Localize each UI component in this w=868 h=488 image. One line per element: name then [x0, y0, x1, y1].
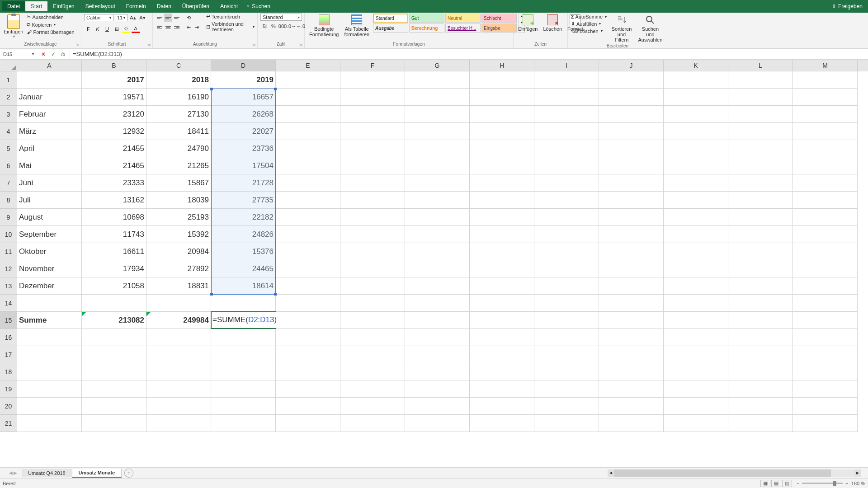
cell-H1[interactable]: [470, 71, 534, 89]
cell-G16[interactable]: [405, 329, 470, 346]
cell-C11[interactable]: 20984: [146, 243, 211, 260]
cell-G13[interactable]: [405, 277, 470, 295]
cell-E5[interactable]: [276, 140, 340, 157]
view-page-layout-button[interactable]: ▤: [771, 480, 781, 487]
add-sheet-button[interactable]: +: [124, 469, 133, 478]
cell-I21[interactable]: [534, 415, 599, 432]
cell-J19[interactable]: [599, 380, 664, 398]
cell-L8[interactable]: [728, 192, 793, 209]
cell-H19[interactable]: [470, 380, 534, 398]
col-header-D[interactable]: D: [211, 60, 276, 71]
cell-L16[interactable]: [728, 329, 793, 346]
cell-G10[interactable]: [405, 226, 470, 243]
conditional-formatting-button[interactable]: Bedingte Formatierung: [307, 14, 340, 38]
cell-D2[interactable]: 16657: [211, 89, 276, 106]
cell-A1[interactable]: [17, 71, 82, 89]
cell-G21[interactable]: [405, 415, 470, 432]
cell-D3[interactable]: 26268: [211, 106, 276, 123]
cell-L2[interactable]: [728, 89, 793, 106]
cell-F21[interactable]: [340, 415, 405, 432]
accept-formula-button[interactable]: ✓: [49, 51, 58, 57]
cell-J1[interactable]: [599, 71, 664, 89]
cell-H4[interactable]: [470, 123, 534, 140]
style-standard[interactable]: Standard: [373, 14, 408, 23]
row-header-7[interactable]: 7: [0, 174, 17, 192]
cell-J16[interactable]: [599, 329, 664, 346]
col-header-G[interactable]: G: [405, 60, 470, 71]
underline-button[interactable]: U: [103, 25, 111, 33]
cell-M8[interactable]: [793, 192, 858, 209]
cell-B19[interactable]: [82, 380, 146, 398]
cell-A21[interactable]: [17, 415, 82, 432]
cell-H7[interactable]: [470, 174, 534, 192]
font-color-button[interactable]: A: [132, 25, 140, 33]
decrease-decimal-button[interactable]: ←.0: [297, 22, 305, 30]
row-header-10[interactable]: 10: [0, 226, 17, 243]
cell-E8[interactable]: [276, 192, 340, 209]
paste-button[interactable]: Einfügen ▾: [3, 14, 24, 39]
cell-F1[interactable]: [340, 71, 405, 89]
cell-G5[interactable]: [405, 140, 470, 157]
cell-L17[interactable]: [728, 346, 793, 363]
row-header-2[interactable]: 2: [0, 89, 17, 106]
cell-L7[interactable]: [728, 174, 793, 192]
cell-A16[interactable]: [17, 329, 82, 346]
row-header-11[interactable]: 11: [0, 243, 17, 260]
cell-H5[interactable]: [470, 140, 534, 157]
share-button[interactable]: ⇪ Freigeben: [832, 3, 863, 9]
cell-I6[interactable]: [534, 157, 599, 174]
cell-M17[interactable]: [793, 346, 858, 363]
cell-B2[interactable]: 19571: [82, 89, 146, 106]
row-header-17[interactable]: 17: [0, 346, 17, 363]
cell-M9[interactable]: [793, 209, 858, 226]
cell-H3[interactable]: [470, 106, 534, 123]
italic-button[interactable]: K: [94, 25, 102, 33]
increase-indent-button[interactable]: ⇥: [193, 23, 201, 31]
col-header-K[interactable]: K: [664, 60, 728, 71]
cell-K7[interactable]: [664, 174, 728, 192]
tell-me-search[interactable]: ♀ Suchen: [246, 3, 270, 9]
merge-center-button[interactable]: ⊟ Verbinden und zentrieren ▾: [206, 21, 255, 32]
cell-I17[interactable]: [534, 346, 599, 363]
cell-B7[interactable]: 23333: [82, 174, 146, 192]
cell-D12[interactable]: 24465: [211, 260, 276, 277]
cell-I12[interactable]: [534, 260, 599, 277]
cell-L18[interactable]: [728, 363, 793, 380]
cell-D6[interactable]: 17504: [211, 157, 276, 174]
cell-K1[interactable]: [664, 71, 728, 89]
cell-M11[interactable]: [793, 243, 858, 260]
cell-C9[interactable]: 25193: [146, 209, 211, 226]
cell-H17[interactable]: [470, 346, 534, 363]
cell-K10[interactable]: [664, 226, 728, 243]
cell-J20[interactable]: [599, 398, 664, 415]
row-header-4[interactable]: 4: [0, 123, 17, 140]
cell-I14[interactable]: [534, 295, 599, 312]
style-neutral[interactable]: Neutral: [445, 14, 481, 23]
tab-insert[interactable]: Einfügen: [47, 1, 80, 11]
cell-C13[interactable]: 18831: [146, 277, 211, 295]
row-header-20[interactable]: 20: [0, 398, 17, 415]
spreadsheet-grid[interactable]: ABCDEFGHIJKLM 12345678910111213141516171…: [0, 60, 868, 467]
cell-L5[interactable]: [728, 140, 793, 157]
row-header-15[interactable]: 15: [0, 312, 17, 329]
cell-M4[interactable]: [793, 123, 858, 140]
cell-J8[interactable]: [599, 192, 664, 209]
zoom-level[interactable]: 180 %: [851, 481, 865, 486]
cell-C7[interactable]: 15867: [146, 174, 211, 192]
increase-font-button[interactable]: A▴: [129, 14, 137, 22]
cell-K5[interactable]: [664, 140, 728, 157]
zoom-slider[interactable]: [802, 483, 843, 484]
cell-M15[interactable]: [793, 312, 858, 329]
cell-E18[interactable]: [276, 363, 340, 380]
cell-H9[interactable]: [470, 209, 534, 226]
cell-G18[interactable]: [405, 363, 470, 380]
row-header-1[interactable]: 1: [0, 71, 17, 89]
cell-E19[interactable]: [276, 380, 340, 398]
col-header-F[interactable]: F: [340, 60, 405, 71]
cell-B3[interactable]: 23120: [82, 106, 146, 123]
row-header-9[interactable]: 9: [0, 209, 17, 226]
cell-G2[interactable]: [405, 89, 470, 106]
cell-D18[interactable]: [211, 363, 276, 380]
cell-L19[interactable]: [728, 380, 793, 398]
cell-L1[interactable]: [728, 71, 793, 89]
